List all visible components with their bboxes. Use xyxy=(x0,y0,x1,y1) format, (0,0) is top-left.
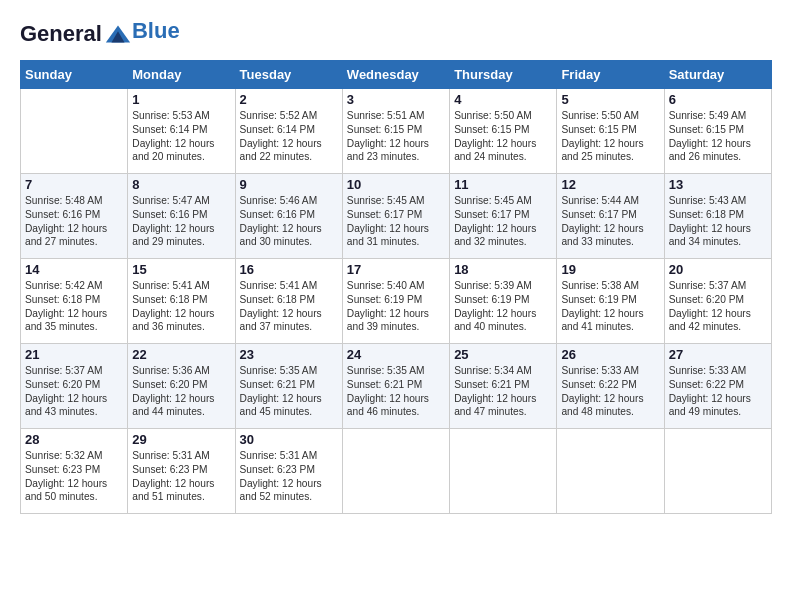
day-number: 4 xyxy=(454,92,552,107)
day-number: 20 xyxy=(669,262,767,277)
week-row-4: 21Sunrise: 5:37 AM Sunset: 6:20 PM Dayli… xyxy=(21,344,772,429)
day-number: 15 xyxy=(132,262,230,277)
day-number: 30 xyxy=(240,432,338,447)
day-info: Sunrise: 5:47 AM Sunset: 6:16 PM Dayligh… xyxy=(132,194,230,249)
day-number: 12 xyxy=(561,177,659,192)
day-number: 3 xyxy=(347,92,445,107)
day-info: Sunrise: 5:36 AM Sunset: 6:20 PM Dayligh… xyxy=(132,364,230,419)
logo: General Blue xyxy=(20,20,180,48)
day-info: Sunrise: 5:32 AM Sunset: 6:23 PM Dayligh… xyxy=(25,449,123,504)
day-info: Sunrise: 5:48 AM Sunset: 6:16 PM Dayligh… xyxy=(25,194,123,249)
calendar-cell: 12Sunrise: 5:44 AM Sunset: 6:17 PM Dayli… xyxy=(557,174,664,259)
day-number: 22 xyxy=(132,347,230,362)
day-info: Sunrise: 5:51 AM Sunset: 6:15 PM Dayligh… xyxy=(347,109,445,164)
day-info: Sunrise: 5:37 AM Sunset: 6:20 PM Dayligh… xyxy=(25,364,123,419)
day-number: 16 xyxy=(240,262,338,277)
calendar-cell: 9Sunrise: 5:46 AM Sunset: 6:16 PM Daylig… xyxy=(235,174,342,259)
week-row-2: 7Sunrise: 5:48 AM Sunset: 6:16 PM Daylig… xyxy=(21,174,772,259)
day-info: Sunrise: 5:40 AM Sunset: 6:19 PM Dayligh… xyxy=(347,279,445,334)
calendar-cell: 5Sunrise: 5:50 AM Sunset: 6:15 PM Daylig… xyxy=(557,89,664,174)
day-info: Sunrise: 5:42 AM Sunset: 6:18 PM Dayligh… xyxy=(25,279,123,334)
day-info: Sunrise: 5:35 AM Sunset: 6:21 PM Dayligh… xyxy=(347,364,445,419)
calendar-cell: 21Sunrise: 5:37 AM Sunset: 6:20 PM Dayli… xyxy=(21,344,128,429)
header: General Blue xyxy=(20,20,772,48)
calendar-cell: 13Sunrise: 5:43 AM Sunset: 6:18 PM Dayli… xyxy=(664,174,771,259)
day-info: Sunrise: 5:46 AM Sunset: 6:16 PM Dayligh… xyxy=(240,194,338,249)
day-number: 26 xyxy=(561,347,659,362)
week-row-5: 28Sunrise: 5:32 AM Sunset: 6:23 PM Dayli… xyxy=(21,429,772,514)
day-header-thursday: Thursday xyxy=(450,61,557,89)
day-number: 27 xyxy=(669,347,767,362)
day-info: Sunrise: 5:34 AM Sunset: 6:21 PM Dayligh… xyxy=(454,364,552,419)
day-info: Sunrise: 5:50 AM Sunset: 6:15 PM Dayligh… xyxy=(561,109,659,164)
day-number: 10 xyxy=(347,177,445,192)
day-number: 29 xyxy=(132,432,230,447)
day-number: 1 xyxy=(132,92,230,107)
calendar-cell xyxy=(450,429,557,514)
logo-icon xyxy=(104,20,132,48)
calendar-cell: 11Sunrise: 5:45 AM Sunset: 6:17 PM Dayli… xyxy=(450,174,557,259)
calendar-cell: 26Sunrise: 5:33 AM Sunset: 6:22 PM Dayli… xyxy=(557,344,664,429)
calendar-table: SundayMondayTuesdayWednesdayThursdayFrid… xyxy=(20,60,772,514)
day-header-wednesday: Wednesday xyxy=(342,61,449,89)
calendar-cell: 6Sunrise: 5:49 AM Sunset: 6:15 PM Daylig… xyxy=(664,89,771,174)
day-info: Sunrise: 5:43 AM Sunset: 6:18 PM Dayligh… xyxy=(669,194,767,249)
day-header-monday: Monday xyxy=(128,61,235,89)
day-info: Sunrise: 5:50 AM Sunset: 6:15 PM Dayligh… xyxy=(454,109,552,164)
day-info: Sunrise: 5:44 AM Sunset: 6:17 PM Dayligh… xyxy=(561,194,659,249)
calendar-cell xyxy=(557,429,664,514)
day-info: Sunrise: 5:39 AM Sunset: 6:19 PM Dayligh… xyxy=(454,279,552,334)
day-number: 28 xyxy=(25,432,123,447)
day-info: Sunrise: 5:37 AM Sunset: 6:20 PM Dayligh… xyxy=(669,279,767,334)
day-info: Sunrise: 5:41 AM Sunset: 6:18 PM Dayligh… xyxy=(132,279,230,334)
calendar-cell: 8Sunrise: 5:47 AM Sunset: 6:16 PM Daylig… xyxy=(128,174,235,259)
day-info: Sunrise: 5:45 AM Sunset: 6:17 PM Dayligh… xyxy=(347,194,445,249)
day-number: 14 xyxy=(25,262,123,277)
logo-blue: Blue xyxy=(132,18,180,44)
day-info: Sunrise: 5:45 AM Sunset: 6:17 PM Dayligh… xyxy=(454,194,552,249)
page: General Blue SundayMondayTuesdayWednesda… xyxy=(0,0,792,612)
calendar-cell: 23Sunrise: 5:35 AM Sunset: 6:21 PM Dayli… xyxy=(235,344,342,429)
calendar-cell: 17Sunrise: 5:40 AM Sunset: 6:19 PM Dayli… xyxy=(342,259,449,344)
day-info: Sunrise: 5:35 AM Sunset: 6:21 PM Dayligh… xyxy=(240,364,338,419)
day-info: Sunrise: 5:52 AM Sunset: 6:14 PM Dayligh… xyxy=(240,109,338,164)
calendar-cell: 14Sunrise: 5:42 AM Sunset: 6:18 PM Dayli… xyxy=(21,259,128,344)
day-number: 19 xyxy=(561,262,659,277)
day-number: 13 xyxy=(669,177,767,192)
day-info: Sunrise: 5:31 AM Sunset: 6:23 PM Dayligh… xyxy=(240,449,338,504)
day-number: 5 xyxy=(561,92,659,107)
calendar-cell: 19Sunrise: 5:38 AM Sunset: 6:19 PM Dayli… xyxy=(557,259,664,344)
calendar-cell: 10Sunrise: 5:45 AM Sunset: 6:17 PM Dayli… xyxy=(342,174,449,259)
calendar-header-row: SundayMondayTuesdayWednesdayThursdayFrid… xyxy=(21,61,772,89)
day-number: 24 xyxy=(347,347,445,362)
calendar-cell: 29Sunrise: 5:31 AM Sunset: 6:23 PM Dayli… xyxy=(128,429,235,514)
calendar-cell: 20Sunrise: 5:37 AM Sunset: 6:20 PM Dayli… xyxy=(664,259,771,344)
calendar-cell xyxy=(21,89,128,174)
day-header-friday: Friday xyxy=(557,61,664,89)
logo-general: General xyxy=(20,21,102,47)
calendar-cell: 18Sunrise: 5:39 AM Sunset: 6:19 PM Dayli… xyxy=(450,259,557,344)
day-info: Sunrise: 5:38 AM Sunset: 6:19 PM Dayligh… xyxy=(561,279,659,334)
calendar-cell: 3Sunrise: 5:51 AM Sunset: 6:15 PM Daylig… xyxy=(342,89,449,174)
week-row-3: 14Sunrise: 5:42 AM Sunset: 6:18 PM Dayli… xyxy=(21,259,772,344)
day-number: 18 xyxy=(454,262,552,277)
day-number: 11 xyxy=(454,177,552,192)
day-number: 8 xyxy=(132,177,230,192)
day-info: Sunrise: 5:41 AM Sunset: 6:18 PM Dayligh… xyxy=(240,279,338,334)
day-info: Sunrise: 5:31 AM Sunset: 6:23 PM Dayligh… xyxy=(132,449,230,504)
day-header-saturday: Saturday xyxy=(664,61,771,89)
day-header-sunday: Sunday xyxy=(21,61,128,89)
day-header-tuesday: Tuesday xyxy=(235,61,342,89)
day-number: 25 xyxy=(454,347,552,362)
day-number: 17 xyxy=(347,262,445,277)
day-info: Sunrise: 5:33 AM Sunset: 6:22 PM Dayligh… xyxy=(561,364,659,419)
day-number: 21 xyxy=(25,347,123,362)
calendar-cell: 4Sunrise: 5:50 AM Sunset: 6:15 PM Daylig… xyxy=(450,89,557,174)
day-info: Sunrise: 5:49 AM Sunset: 6:15 PM Dayligh… xyxy=(669,109,767,164)
calendar-cell: 27Sunrise: 5:33 AM Sunset: 6:22 PM Dayli… xyxy=(664,344,771,429)
calendar-cell: 22Sunrise: 5:36 AM Sunset: 6:20 PM Dayli… xyxy=(128,344,235,429)
day-info: Sunrise: 5:53 AM Sunset: 6:14 PM Dayligh… xyxy=(132,109,230,164)
day-number: 9 xyxy=(240,177,338,192)
calendar-cell: 24Sunrise: 5:35 AM Sunset: 6:21 PM Dayli… xyxy=(342,344,449,429)
calendar-cell: 30Sunrise: 5:31 AM Sunset: 6:23 PM Dayli… xyxy=(235,429,342,514)
